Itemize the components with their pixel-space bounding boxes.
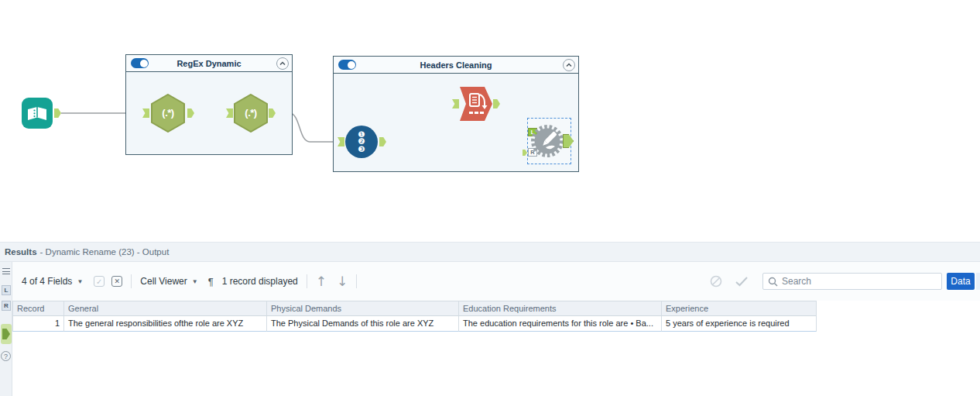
search-box[interactable] [762, 273, 942, 290]
search-input[interactable] [782, 276, 937, 287]
column-header-physical-demands[interactable]: Physical Demands [267, 301, 459, 316]
cancel-icon[interactable] [710, 275, 722, 288]
container-regex-dynamic-header[interactable]: RegEx Dynamic [126, 55, 292, 72]
collapse-container-button[interactable] [276, 57, 289, 70]
table-row: 1 The general responsibilities ofthe rol… [12, 316, 817, 332]
chevron-up-icon [564, 60, 574, 70]
container-headers-cleaning-header[interactable]: Headers Cleaning [334, 57, 578, 74]
pilcrow-icon[interactable]: ¶ [208, 276, 214, 288]
workflow-canvas[interactable]: RegEx Dynamic Headers Cleaning [0, 0, 980, 242]
output-arrow-icon [2, 329, 10, 339]
column-header-general[interactable]: General [64, 301, 267, 316]
column-header-record[interactable]: Record [12, 301, 64, 316]
cell-physical-demands[interactable]: The Physical Demands of this role are XY… [267, 316, 459, 332]
select-fields-check-icon[interactable]: ✓ [94, 276, 105, 287]
regex-tool-1[interactable]: (.*) [150, 94, 186, 133]
help-icon[interactable]: ? [1, 351, 11, 361]
regex-tool-label: (.*) [150, 107, 186, 119]
table-arrow-icon [460, 87, 492, 121]
deselect-fields-icon[interactable]: ✕ [111, 276, 122, 287]
collapse-container-button[interactable] [563, 59, 575, 71]
metadata-tab-sliver[interactable] [976, 273, 980, 290]
record-count-label: 1 record displayed [222, 276, 298, 287]
column-header-experience[interactable]: Experience [662, 301, 817, 316]
circled-three-icon: ❸ [358, 146, 365, 153]
dynamic-rename-tool[interactable] [530, 124, 564, 158]
container-enabled-toggle[interactable] [131, 58, 149, 68]
book-icon [22, 98, 53, 129]
right-input-connection-button[interactable]: R [2, 301, 11, 311]
results-subtitle: - Dynamic Rename (23) - Output [40, 247, 170, 257]
transpose-tool[interactable] [460, 87, 492, 121]
toolbar-separator [307, 274, 307, 288]
chevron-down-icon[interactable]: ▼ [192, 278, 198, 285]
container-enabled-toggle[interactable] [338, 60, 356, 70]
results-toolbar: 4 of 4 Fields ▼ ✓ ✕ Cell Viewer ▼ ¶ 1 re… [12, 262, 980, 301]
container-title: Headers Cleaning [334, 60, 578, 70]
alteryx-workflow-window: RegEx Dynamic Headers Cleaning [0, 0, 980, 396]
toolbar-separator [131, 274, 132, 288]
input-data-tool[interactable] [22, 98, 53, 129]
output-anchor[interactable] [54, 108, 61, 118]
toggle-knob [140, 60, 148, 67]
numbered-123-tool[interactable]: ❶ ❷ ❸ [345, 126, 378, 158]
search-icon [768, 277, 778, 287]
output-connection-button[interactable] [1, 324, 12, 344]
cell-education-requirements[interactable]: The education requirements for this role… [459, 316, 662, 332]
scroll-down-button[interactable]: ↓ [337, 274, 348, 289]
chevron-up-icon [278, 59, 287, 68]
cell-experience[interactable]: 5 years of experience is required [662, 316, 817, 332]
results-panel-header: Results - Dynamic Rename (23) - Output [0, 242, 980, 262]
container-title: RegEx Dynamic [126, 59, 292, 68]
cell-viewer-dropdown[interactable]: Cell Viewer [140, 276, 187, 287]
column-header-education-requirements[interactable]: Education Requirements [459, 301, 662, 316]
cell-record[interactable]: 1 [12, 316, 64, 332]
results-table: Record General Physical Demands Educatio… [12, 301, 817, 332]
gear-pencil-icon [530, 124, 564, 158]
fields-dropdown[interactable]: 4 of 4 Fields [22, 276, 72, 287]
results-left-rail: L R ? [0, 262, 12, 396]
results-label: Results [5, 247, 37, 257]
toolbar-separator [356, 274, 357, 288]
scroll-up-button[interactable]: ↑ [316, 274, 327, 289]
menu-icon[interactable] [2, 268, 10, 277]
regex-tool-2[interactable]: (.*) [233, 94, 269, 133]
toggle-knob [348, 61, 355, 69]
chevron-down-icon[interactable]: ▼ [77, 278, 83, 285]
cell-general[interactable]: The general responsibilities ofthe role … [64, 316, 267, 332]
table-header-row: Record General Physical Demands Educatio… [12, 301, 817, 316]
apply-check-icon[interactable] [735, 276, 749, 287]
left-input-connection-button[interactable]: L [2, 285, 11, 295]
regex-tool-label: (.*) [233, 107, 269, 119]
data-tab-button[interactable]: Data [947, 273, 975, 290]
